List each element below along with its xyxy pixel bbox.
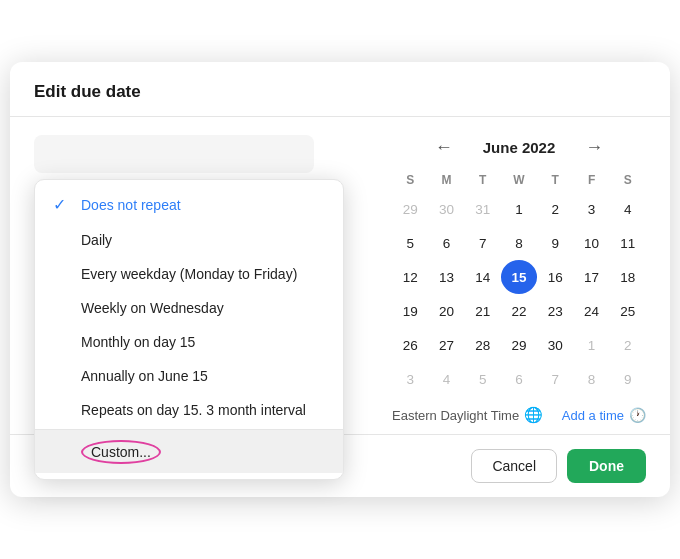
add-time-button[interactable]: Add a time 🕐 (562, 407, 646, 423)
modal-body: ✓ Does not repeat Daily Every weekday (M… (10, 117, 670, 434)
done-button[interactable]: Done (567, 449, 646, 483)
dropdown-item-does-not-repeat[interactable]: ✓ Does not repeat (35, 186, 343, 223)
calendar-day[interactable]: 8 (501, 226, 537, 260)
calendar-day: 7 (537, 362, 573, 396)
calendar-day[interactable]: 9 (537, 226, 573, 260)
repeat-dropdown: ✓ Does not repeat Daily Every weekday (M… (34, 179, 344, 480)
calendar-day[interactable]: 3 (573, 192, 609, 226)
calendar-day: 4 (428, 362, 464, 396)
day-of-week-sat: S (610, 170, 646, 192)
dropdown-item-weekly-wednesday[interactable]: Weekly on Wednesday (35, 291, 343, 325)
calendar-day[interactable]: 4 (610, 192, 646, 226)
footer-actions: Cancel Done (471, 449, 646, 483)
calendar-day[interactable]: 11 (610, 226, 646, 260)
calendar-day: 3 (392, 362, 428, 396)
calendar-day[interactable]: 21 (465, 294, 501, 328)
calendar-day: 2 (610, 328, 646, 362)
dropdown-item-label: Annually on June 15 (81, 368, 208, 384)
dropdown-item-label: Every weekday (Monday to Friday) (81, 266, 297, 282)
globe-icon: 🌐 (524, 406, 543, 424)
next-month-button[interactable]: → (579, 135, 609, 160)
calendar-day[interactable]: 20 (428, 294, 464, 328)
calendar-day[interactable]: 12 (392, 260, 428, 294)
calendar-day[interactable]: 16 (537, 260, 573, 294)
calendar-panel: ← June 2022 → S M T W T F S (374, 135, 646, 424)
calendar-day: 29 (392, 192, 428, 226)
calendar-day: 9 (610, 362, 646, 396)
calendar-day[interactable]: 26 (392, 328, 428, 362)
calendar-day: 31 (465, 192, 501, 226)
calendar-day[interactable]: 27 (428, 328, 464, 362)
calendar-day[interactable]: 14 (465, 260, 501, 294)
calendar-footer: Eastern Daylight Time 🌐 Add a time 🕐 (392, 406, 646, 424)
calendar-month-label: June 2022 (483, 139, 556, 156)
dropdown-item-label: Monthly on day 15 (81, 334, 195, 350)
calendar-day[interactable]: 13 (428, 260, 464, 294)
calendar-day: 5 (465, 362, 501, 396)
dropdown-item-label: Does not repeat (81, 197, 181, 213)
day-of-week-mon: M (428, 170, 464, 192)
timezone-display: Eastern Daylight Time 🌐 (392, 406, 543, 424)
calendar-day[interactable]: 30 (537, 328, 573, 362)
calendar-day: 6 (501, 362, 537, 396)
custom-circle-label: Custom... (81, 440, 161, 464)
dropdown-item-label: Daily (81, 232, 112, 248)
dropdown-item-every-weekday[interactable]: Every weekday (Monday to Friday) (35, 257, 343, 291)
add-time-label: Add a time (562, 408, 624, 423)
dropdown-item-label: Weekly on Wednesday (81, 300, 224, 316)
checkmark-icon: ✓ (53, 195, 71, 214)
calendar-grid: S M T W T F S 29303112345678910111213141… (392, 170, 646, 396)
calendar-header: ← June 2022 → (392, 135, 646, 160)
calendar-day: 8 (573, 362, 609, 396)
timezone-label: Eastern Daylight Time (392, 408, 519, 423)
calendar-day[interactable]: 7 (465, 226, 501, 260)
clock-icon: 🕐 (629, 407, 646, 423)
calendar-day[interactable]: 29 (501, 328, 537, 362)
day-of-week-sun: S (392, 170, 428, 192)
modal-title: Edit due date (34, 82, 141, 101)
calendar-day[interactable]: 15 (501, 260, 537, 294)
calendar-day[interactable]: 10 (573, 226, 609, 260)
prev-month-button[interactable]: ← (429, 135, 459, 160)
dropdown-item-daily[interactable]: Daily (35, 223, 343, 257)
calendar-day: 30 (428, 192, 464, 226)
day-of-week-wed: W (501, 170, 537, 192)
calendar-day[interactable]: 1 (501, 192, 537, 226)
calendar-day[interactable]: 2 (537, 192, 573, 226)
dropdown-item-label: Repeats on day 15. 3 month interval (81, 402, 306, 418)
calendar-day: 1 (573, 328, 609, 362)
calendar-day[interactable]: 6 (428, 226, 464, 260)
modal-header: Edit due date (10, 62, 670, 117)
left-panel: ✓ Does not repeat Daily Every weekday (M… (34, 135, 374, 424)
dropdown-item-custom[interactable]: Custom... (35, 429, 343, 473)
calendar-day[interactable]: 25 (610, 294, 646, 328)
dropdown-item-repeats-3month[interactable]: Repeats on day 15. 3 month interval (35, 393, 343, 427)
cancel-button[interactable]: Cancel (471, 449, 557, 483)
calendar-day[interactable]: 23 (537, 294, 573, 328)
day-of-week-tue: T (465, 170, 501, 192)
calendar-day[interactable]: 19 (392, 294, 428, 328)
calendar-day[interactable]: 24 (573, 294, 609, 328)
calendar-day[interactable]: 18 (610, 260, 646, 294)
calendar-day[interactable]: 17 (573, 260, 609, 294)
dropdown-item-annually-june15[interactable]: Annually on June 15 (35, 359, 343, 393)
repeat-trigger[interactable] (34, 135, 314, 173)
calendar-day[interactable]: 5 (392, 226, 428, 260)
edit-due-date-modal: Edit due date ✓ Does not repeat Daily (10, 62, 670, 497)
day-of-week-fri: F (573, 170, 609, 192)
day-of-week-thu: T (537, 170, 573, 192)
dropdown-item-monthly-day15[interactable]: Monthly on day 15 (35, 325, 343, 359)
calendar-day[interactable]: 22 (501, 294, 537, 328)
calendar-day[interactable]: 28 (465, 328, 501, 362)
